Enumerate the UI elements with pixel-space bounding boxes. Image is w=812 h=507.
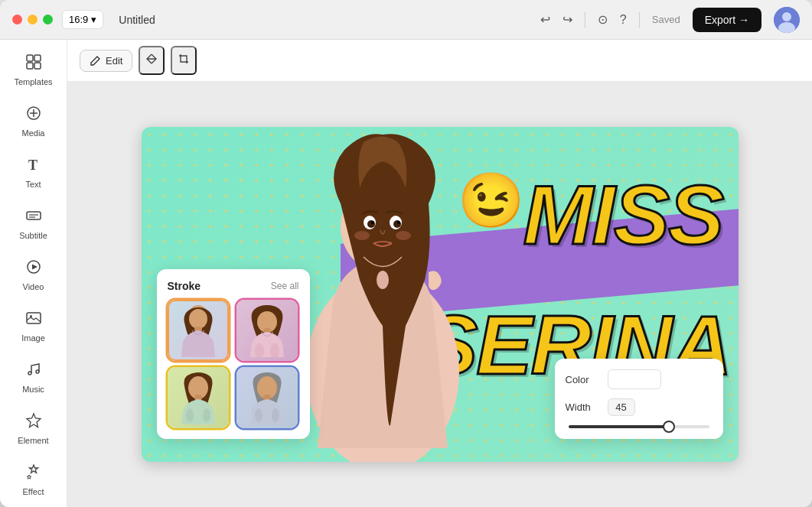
color-width-panel: Color Width 45	[555, 359, 723, 439]
sidebar-item-subtitle-label: Subtitle	[19, 231, 47, 240]
svg-rect-5	[27, 63, 33, 69]
sidebar-item-music[interactable]: Music	[5, 353, 63, 401]
sidebar-item-image-label: Image	[21, 333, 45, 343]
stroke-panel: Stroke See all	[157, 269, 310, 439]
svg-rect-3	[27, 55, 33, 61]
sidebar-item-subtitle[interactable]: Subtitle	[5, 200, 63, 248]
title-bar: 16:9 ▾ Untitled ↩ ↪ ⊙ ? Saved Export →	[0, 0, 812, 40]
stroke-item-2[interactable]	[236, 300, 298, 361]
minimize-button[interactable]	[28, 15, 38, 24]
sidebar-item-media[interactable]: Media	[5, 97, 63, 145]
video-icon	[25, 258, 42, 279]
sidebar-item-video[interactable]: Video	[5, 251, 63, 299]
svg-point-1	[782, 12, 791, 21]
stroke-item-4-inner	[236, 367, 298, 428]
sidebar-item-element[interactable]: Element	[5, 405, 63, 453]
svg-rect-4	[34, 55, 41, 61]
width-value: 45	[608, 398, 635, 416]
sidebar-item-templates[interactable]: Templates	[5, 46, 63, 94]
export-button[interactable]: Export →	[693, 8, 761, 32]
aspect-ratio-selector[interactable]: 16:9 ▾	[62, 10, 103, 29]
sidebar-item-templates-label: Templates	[14, 77, 52, 86]
divider-2	[639, 12, 640, 28]
stroke-item-1[interactable]	[168, 300, 229, 361]
svg-text:T: T	[28, 158, 38, 173]
text-icon: T	[25, 156, 42, 177]
stroke-panel-header: Stroke See all	[168, 280, 299, 292]
music-icon	[25, 361, 42, 382]
sidebar-item-effect[interactable]: Effect	[5, 456, 63, 504]
canvas-wrapper[interactable]: MISS SERINA 😉	[67, 82, 812, 507]
canvas-text-miss[interactable]: MISS	[523, 173, 723, 257]
svg-point-29	[393, 220, 401, 228]
svg-point-33	[396, 231, 411, 240]
main-layout: Templates Media T	[0, 40, 812, 507]
window-controls	[12, 15, 53, 24]
slider-fill	[569, 425, 674, 428]
svg-rect-6	[34, 63, 41, 69]
svg-point-32	[354, 231, 370, 240]
toolbar-actions: ↩ ↪ ⊙ ? Saved Export →	[540, 7, 800, 33]
effect-icon	[25, 463, 42, 484]
stroke-item-4[interactable]	[236, 367, 298, 428]
stroke-item-1-inner	[169, 301, 227, 359]
svg-rect-11	[27, 212, 41, 219]
svg-point-18	[28, 372, 31, 375]
sidebar-item-text[interactable]: T Text	[5, 148, 63, 197]
svg-point-17	[30, 315, 32, 317]
svg-point-28	[367, 220, 375, 228]
edit-button[interactable]: Edit	[80, 50, 132, 72]
image-icon	[25, 310, 42, 330]
svg-point-19	[36, 370, 39, 373]
stroke-grid	[168, 300, 299, 428]
color-label: Color	[566, 374, 600, 385]
sidebar-item-media-label: Media	[22, 128, 45, 138]
help-icon[interactable]: ?	[620, 13, 627, 27]
svg-marker-15	[32, 265, 38, 270]
svg-point-34	[377, 271, 389, 289]
templates-icon	[25, 54, 42, 74]
edit-toolbar: Edit	[67, 40, 812, 82]
width-row: Width 45	[566, 398, 713, 416]
sidebar-item-effect-label: Effect	[23, 487, 44, 496]
subtitle-icon	[25, 207, 42, 228]
svg-rect-16	[27, 313, 41, 323]
canvas-area: Edit	[67, 40, 812, 507]
stroke-item-3-inner	[168, 367, 229, 428]
saved-status: Saved	[652, 14, 680, 25]
media-icon	[25, 105, 42, 125]
app-window: 16:9 ▾ Untitled ↩ ↪ ⊙ ? Saved Export →	[0, 0, 812, 507]
stroke-item-2-inner	[236, 300, 298, 361]
divider	[585, 12, 585, 28]
avatar[interactable]	[774, 7, 800, 33]
crop-button[interactable]	[171, 46, 197, 75]
canvas-frame[interactable]: MISS SERINA 😉	[142, 127, 739, 462]
flip-button[interactable]	[139, 46, 165, 75]
color-row: Color	[566, 369, 713, 389]
timer-icon[interactable]: ⊙	[598, 12, 608, 27]
width-slider[interactable]	[566, 425, 713, 428]
svg-point-30	[371, 221, 374, 224]
sidebar-item-element-label: Element	[18, 436, 48, 445]
svg-point-44	[186, 408, 194, 422]
chevron-down-icon: ▾	[91, 14, 96, 25]
stroke-title: Stroke	[168, 280, 201, 292]
document-title[interactable]: Untitled	[119, 14, 155, 26]
maximize-button[interactable]	[43, 15, 53, 24]
sidebar: Templates Media T	[0, 40, 67, 507]
redo-icon[interactable]: ↪	[563, 12, 572, 27]
see-all-link[interactable]: See all	[271, 281, 299, 291]
slider-track	[569, 425, 709, 428]
stroke-item-3[interactable]	[168, 367, 229, 428]
slider-thumb[interactable]	[663, 421, 675, 433]
width-label: Width	[566, 401, 600, 413]
sidebar-item-text-label: Text	[25, 180, 41, 189]
svg-point-49	[272, 408, 279, 422]
sidebar-item-video-label: Video	[23, 282, 44, 291]
element-icon	[25, 412, 42, 433]
sidebar-item-image[interactable]: Image	[5, 302, 63, 350]
color-swatch[interactable]	[608, 369, 661, 389]
close-button[interactable]	[12, 15, 22, 24]
svg-point-48	[255, 408, 263, 422]
undo-icon[interactable]: ↩	[540, 12, 550, 27]
